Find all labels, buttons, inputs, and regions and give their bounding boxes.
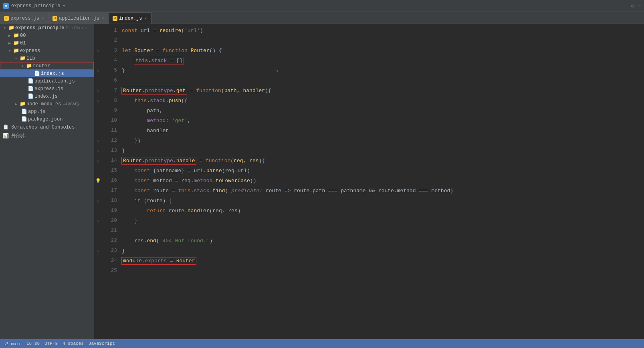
folder-express-icon: 📁 [13, 48, 19, 54]
gutter-24 [94, 256, 102, 266]
gutter-5[interactable]: ▽ [94, 66, 102, 76]
gutter-3[interactable]: ▽ [94, 46, 102, 56]
line-num-21: 21 [102, 226, 117, 236]
sidebar-item-01[interactable]: ▶ 📁 01 [0, 39, 94, 47]
cond-route: route [147, 198, 162, 204]
route-handler-call: route [169, 208, 184, 214]
code-line-19: return route.handler(req, res) [120, 206, 644, 216]
var-method: method [153, 178, 172, 184]
sidebar-project-label: express_principle [15, 25, 64, 31]
code-line-8: this.stack.push({ [120, 96, 644, 106]
title-bar: ■ express_principle ▾ ⚙ — [0, 0, 644, 12]
tab-application-js-close[interactable]: ✕ [102, 16, 104, 21]
sidebar-item-express-js[interactable]: ▶ 📄 express.js [0, 85, 94, 93]
highlight-module-exports: module.exports = Router [122, 257, 196, 264]
method-find: find [212, 188, 225, 194]
sidebar-item-router[interactable]: ▾ 📁 router [0, 62, 94, 70]
settings-icon[interactable]: ⚙ [631, 3, 634, 9]
tab-file-icon-index: J [113, 16, 117, 21]
line-num-9: 9 [102, 106, 117, 116]
status-line-col[interactable]: 16:39 [26, 341, 40, 346]
gutter-8[interactable]: ▽ [94, 96, 102, 106]
gutter-25 [94, 266, 102, 276]
sidebar-item-app-js[interactable]: ▶ 📄 app.js [0, 108, 94, 115]
line-num-19: 19 [102, 206, 117, 216]
sidebar-item-lib[interactable]: ▾ 📁 lib [0, 54, 94, 62]
sidebar-arrow-project: ▾ [2, 26, 8, 30]
kw-this-2: this [134, 98, 147, 104]
gutter-20[interactable]: ▽ [94, 216, 102, 226]
sidebar-arrow-router: ▾ [19, 64, 26, 68]
line-num-2: 2 [102, 36, 117, 46]
folder-01-icon: 📁 [13, 40, 19, 46]
param-req-res: req, res [234, 158, 258, 164]
sidebar-item-external-lib[interactable]: 📊 外部库 [0, 131, 94, 141]
gutter-13[interactable]: ▽ [94, 146, 102, 156]
title-dropdown-icon[interactable]: ▾ [63, 3, 65, 8]
gutter-16[interactable]: 💡 [94, 176, 102, 186]
tab-express-js[interactable]: J express.js ✕ [0, 12, 48, 24]
folder-router-icon: 📁 [26, 63, 32, 69]
gutter-6 [94, 76, 102, 86]
tab-index-js[interactable]: J index.js ✕ [109, 12, 151, 24]
sidebar-item-index-js[interactable]: ▶ 📄 index.js [0, 70, 94, 77]
gutter-10 [94, 116, 102, 126]
status-indent: 4 spaces [63, 341, 84, 346]
kw-const-15: const [134, 168, 150, 174]
status-git-branch[interactable]: ⎇ main [3, 341, 22, 346]
code-line-4: this.stack = [] [120, 56, 644, 66]
code-line-16: const method = req.method.toLowerCase() [120, 176, 644, 186]
gutter-19 [94, 206, 102, 216]
gutter-12[interactable]: ▽ [94, 136, 102, 146]
gutter-23[interactable]: ▽ [94, 246, 102, 256]
code-line-5: } [120, 66, 644, 76]
method-handler-call: handler [188, 208, 210, 214]
line-num-4: 4 [102, 56, 117, 66]
gutter-14[interactable]: ▽ [94, 156, 102, 166]
minimize-icon[interactable]: — [638, 3, 641, 9]
code-line-2 [120, 36, 644, 46]
tab-index-js-close[interactable]: ✕ [145, 16, 147, 21]
sidebar-item-router-label: router [33, 63, 50, 69]
tab-application-js[interactable]: J application.js ✕ [48, 12, 109, 24]
kw-function-1: function [162, 48, 187, 54]
code-editor[interactable]: ▽ ▽ ▽ ▽ ▽ ▽ ▽ 💡 ▽ ▽ ▽ [94, 24, 644, 339]
sidebar-item-lib-index-js[interactable]: ▶ 📄 index.js [0, 93, 94, 100]
req-url: req.url [225, 168, 247, 174]
plain-handler: handler [147, 128, 169, 134]
fn-Router-proto: Router [123, 88, 142, 94]
kw-this-1: this [135, 58, 148, 64]
sidebar-item-lib-index-js-label: index.js [34, 94, 58, 99]
sidebar-item-express[interactable]: ▾ 📁 express [0, 47, 94, 54]
sidebar-item-lib-label: lib [26, 56, 35, 61]
gutter-7[interactable]: ▽ [94, 86, 102, 96]
gutter-17 [94, 186, 102, 196]
title-bar-left: ■ express_principle ▾ [3, 3, 65, 9]
status-encoding: UTF-8 [44, 341, 58, 346]
sidebar-item-package-json[interactable]: ▶ 📄 package.json [0, 115, 94, 123]
sidebar-item-node-modules[interactable]: ▶ 📁 node_modules library [0, 100, 94, 108]
var-route: route [153, 188, 169, 194]
file-express-js-icon: 📄 [27, 86, 34, 92]
fn-module: module [123, 258, 142, 264]
sidebar-item-project[interactable]: ▾ 📁 express_principle D:\CWork [0, 24, 94, 32]
sidebar-item-application-js[interactable]: ▶ 📄 application.js [0, 77, 94, 85]
code-content[interactable]: const url = require('url') let Router = … [120, 24, 644, 339]
gutter-18[interactable]: ▽ [94, 196, 102, 206]
code-line-13: } [120, 146, 644, 156]
code-line-3: let Router = function Router() { [120, 46, 644, 56]
tab-express-js-close[interactable]: ✕ [42, 16, 44, 21]
code-line-7: Router.prototype.get = function(path, ha… [120, 86, 644, 96]
sidebar-item-00[interactable]: ▶ 📁 00 [0, 32, 94, 39]
project-menu[interactable]: express_principle [11, 3, 60, 9]
method-parse: parse [206, 168, 222, 174]
code-area: ▽ ▽ ▽ ▽ ▽ ▽ ▽ 💡 ▽ ▽ ▽ [94, 24, 644, 339]
sidebar-item-scratches[interactable]: 📋 Scratches and Consoles [0, 123, 94, 131]
folder-lib-icon: 📁 [19, 55, 26, 61]
kw-this-3: this [178, 188, 190, 194]
kw-function-2: function [196, 88, 221, 94]
kw-if: if [134, 198, 141, 204]
kw-const-16: const [134, 178, 150, 184]
status-lang[interactable]: JavaScript [89, 341, 115, 346]
sidebar-item-00-label: 00 [20, 33, 26, 38]
